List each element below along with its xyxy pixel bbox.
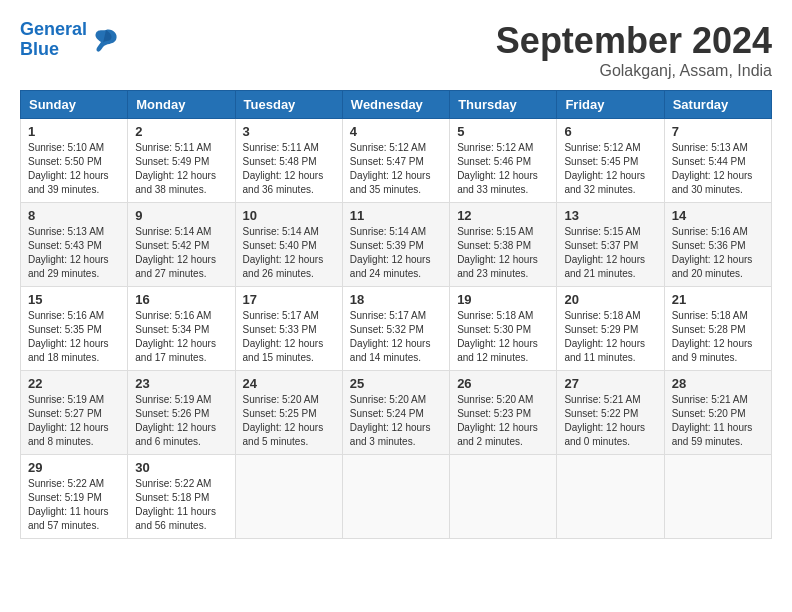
week-row-4: 22Sunrise: 5:19 AM Sunset: 5:27 PM Dayli…	[21, 371, 772, 455]
calendar-cell: 25Sunrise: 5:20 AM Sunset: 5:24 PM Dayli…	[342, 371, 449, 455]
cell-content: Sunrise: 5:13 AM Sunset: 5:44 PM Dayligh…	[672, 141, 764, 197]
calendar-cell: 13Sunrise: 5:15 AM Sunset: 5:37 PM Dayli…	[557, 203, 664, 287]
header-monday: Monday	[128, 91, 235, 119]
calendar-cell: 18Sunrise: 5:17 AM Sunset: 5:32 PM Dayli…	[342, 287, 449, 371]
week-row-2: 8Sunrise: 5:13 AM Sunset: 5:43 PM Daylig…	[21, 203, 772, 287]
cell-content: Sunrise: 5:15 AM Sunset: 5:37 PM Dayligh…	[564, 225, 656, 281]
calendar-cell	[450, 455, 557, 539]
header-sunday: Sunday	[21, 91, 128, 119]
day-number: 24	[243, 376, 335, 391]
cell-content: Sunrise: 5:18 AM Sunset: 5:28 PM Dayligh…	[672, 309, 764, 365]
week-row-3: 15Sunrise: 5:16 AM Sunset: 5:35 PM Dayli…	[21, 287, 772, 371]
day-number: 5	[457, 124, 549, 139]
cell-content: Sunrise: 5:11 AM Sunset: 5:48 PM Dayligh…	[243, 141, 335, 197]
cell-content: Sunrise: 5:19 AM Sunset: 5:26 PM Dayligh…	[135, 393, 227, 449]
day-number: 30	[135, 460, 227, 475]
calendar-cell: 15Sunrise: 5:16 AM Sunset: 5:35 PM Dayli…	[21, 287, 128, 371]
header-row: SundayMondayTuesdayWednesdayThursdayFrid…	[21, 91, 772, 119]
cell-content: Sunrise: 5:16 AM Sunset: 5:35 PM Dayligh…	[28, 309, 120, 365]
calendar-cell: 26Sunrise: 5:20 AM Sunset: 5:23 PM Dayli…	[450, 371, 557, 455]
cell-content: Sunrise: 5:17 AM Sunset: 5:33 PM Dayligh…	[243, 309, 335, 365]
calendar-cell: 11Sunrise: 5:14 AM Sunset: 5:39 PM Dayli…	[342, 203, 449, 287]
calendar-cell	[235, 455, 342, 539]
header-friday: Friday	[557, 91, 664, 119]
day-number: 25	[350, 376, 442, 391]
cell-content: Sunrise: 5:16 AM Sunset: 5:34 PM Dayligh…	[135, 309, 227, 365]
cell-content: Sunrise: 5:13 AM Sunset: 5:43 PM Dayligh…	[28, 225, 120, 281]
cell-content: Sunrise: 5:14 AM Sunset: 5:42 PM Dayligh…	[135, 225, 227, 281]
calendar-cell: 27Sunrise: 5:21 AM Sunset: 5:22 PM Dayli…	[557, 371, 664, 455]
day-number: 22	[28, 376, 120, 391]
calendar-cell: 23Sunrise: 5:19 AM Sunset: 5:26 PM Dayli…	[128, 371, 235, 455]
cell-content: Sunrise: 5:20 AM Sunset: 5:24 PM Dayligh…	[350, 393, 442, 449]
day-number: 4	[350, 124, 442, 139]
calendar-cell: 6Sunrise: 5:12 AM Sunset: 5:45 PM Daylig…	[557, 119, 664, 203]
calendar-cell: 3Sunrise: 5:11 AM Sunset: 5:48 PM Daylig…	[235, 119, 342, 203]
cell-content: Sunrise: 5:19 AM Sunset: 5:27 PM Dayligh…	[28, 393, 120, 449]
calendar-cell: 19Sunrise: 5:18 AM Sunset: 5:30 PM Dayli…	[450, 287, 557, 371]
cell-content: Sunrise: 5:10 AM Sunset: 5:50 PM Dayligh…	[28, 141, 120, 197]
day-number: 12	[457, 208, 549, 223]
calendar-cell	[664, 455, 771, 539]
cell-content: Sunrise: 5:12 AM Sunset: 5:47 PM Dayligh…	[350, 141, 442, 197]
day-number: 26	[457, 376, 549, 391]
cell-content: Sunrise: 5:18 AM Sunset: 5:30 PM Dayligh…	[457, 309, 549, 365]
cell-content: Sunrise: 5:15 AM Sunset: 5:38 PM Dayligh…	[457, 225, 549, 281]
calendar-cell: 2Sunrise: 5:11 AM Sunset: 5:49 PM Daylig…	[128, 119, 235, 203]
day-number: 19	[457, 292, 549, 307]
header-wednesday: Wednesday	[342, 91, 449, 119]
cell-content: Sunrise: 5:22 AM Sunset: 5:19 PM Dayligh…	[28, 477, 120, 533]
header-thursday: Thursday	[450, 91, 557, 119]
day-number: 7	[672, 124, 764, 139]
cell-content: Sunrise: 5:17 AM Sunset: 5:32 PM Dayligh…	[350, 309, 442, 365]
calendar-cell: 20Sunrise: 5:18 AM Sunset: 5:29 PM Dayli…	[557, 287, 664, 371]
cell-content: Sunrise: 5:21 AM Sunset: 5:22 PM Dayligh…	[564, 393, 656, 449]
day-number: 10	[243, 208, 335, 223]
location: Golakganj, Assam, India	[496, 62, 772, 80]
calendar-cell	[557, 455, 664, 539]
calendar-cell: 29Sunrise: 5:22 AM Sunset: 5:19 PM Dayli…	[21, 455, 128, 539]
calendar-cell: 12Sunrise: 5:15 AM Sunset: 5:38 PM Dayli…	[450, 203, 557, 287]
week-row-5: 29Sunrise: 5:22 AM Sunset: 5:19 PM Dayli…	[21, 455, 772, 539]
logo-text: GeneralBlue	[20, 20, 87, 60]
day-number: 20	[564, 292, 656, 307]
day-number: 17	[243, 292, 335, 307]
day-number: 29	[28, 460, 120, 475]
calendar-cell: 16Sunrise: 5:16 AM Sunset: 5:34 PM Dayli…	[128, 287, 235, 371]
week-row-1: 1Sunrise: 5:10 AM Sunset: 5:50 PM Daylig…	[21, 119, 772, 203]
day-number: 14	[672, 208, 764, 223]
day-number: 16	[135, 292, 227, 307]
day-number: 28	[672, 376, 764, 391]
day-number: 23	[135, 376, 227, 391]
cell-content: Sunrise: 5:21 AM Sunset: 5:20 PM Dayligh…	[672, 393, 764, 449]
cell-content: Sunrise: 5:12 AM Sunset: 5:45 PM Dayligh…	[564, 141, 656, 197]
day-number: 9	[135, 208, 227, 223]
calendar-cell: 30Sunrise: 5:22 AM Sunset: 5:18 PM Dayli…	[128, 455, 235, 539]
calendar-cell: 28Sunrise: 5:21 AM Sunset: 5:20 PM Dayli…	[664, 371, 771, 455]
calendar-cell: 1Sunrise: 5:10 AM Sunset: 5:50 PM Daylig…	[21, 119, 128, 203]
calendar-cell: 14Sunrise: 5:16 AM Sunset: 5:36 PM Dayli…	[664, 203, 771, 287]
cell-content: Sunrise: 5:20 AM Sunset: 5:23 PM Dayligh…	[457, 393, 549, 449]
calendar-cell: 4Sunrise: 5:12 AM Sunset: 5:47 PM Daylig…	[342, 119, 449, 203]
logo: GeneralBlue	[20, 20, 121, 60]
day-number: 2	[135, 124, 227, 139]
calendar-cell: 17Sunrise: 5:17 AM Sunset: 5:33 PM Dayli…	[235, 287, 342, 371]
cell-content: Sunrise: 5:14 AM Sunset: 5:39 PM Dayligh…	[350, 225, 442, 281]
header-saturday: Saturday	[664, 91, 771, 119]
day-number: 3	[243, 124, 335, 139]
calendar-cell: 8Sunrise: 5:13 AM Sunset: 5:43 PM Daylig…	[21, 203, 128, 287]
calendar-cell: 21Sunrise: 5:18 AM Sunset: 5:28 PM Dayli…	[664, 287, 771, 371]
day-number: 6	[564, 124, 656, 139]
cell-content: Sunrise: 5:12 AM Sunset: 5:46 PM Dayligh…	[457, 141, 549, 197]
day-number: 18	[350, 292, 442, 307]
page-header: GeneralBlue September 2024 Golakganj, As…	[20, 20, 772, 80]
calendar-cell: 7Sunrise: 5:13 AM Sunset: 5:44 PM Daylig…	[664, 119, 771, 203]
title-section: September 2024 Golakganj, Assam, India	[496, 20, 772, 80]
cell-content: Sunrise: 5:11 AM Sunset: 5:49 PM Dayligh…	[135, 141, 227, 197]
calendar-table: SundayMondayTuesdayWednesdayThursdayFrid…	[20, 90, 772, 539]
cell-content: Sunrise: 5:18 AM Sunset: 5:29 PM Dayligh…	[564, 309, 656, 365]
calendar-cell: 9Sunrise: 5:14 AM Sunset: 5:42 PM Daylig…	[128, 203, 235, 287]
day-number: 21	[672, 292, 764, 307]
cell-content: Sunrise: 5:16 AM Sunset: 5:36 PM Dayligh…	[672, 225, 764, 281]
calendar-cell: 22Sunrise: 5:19 AM Sunset: 5:27 PM Dayli…	[21, 371, 128, 455]
